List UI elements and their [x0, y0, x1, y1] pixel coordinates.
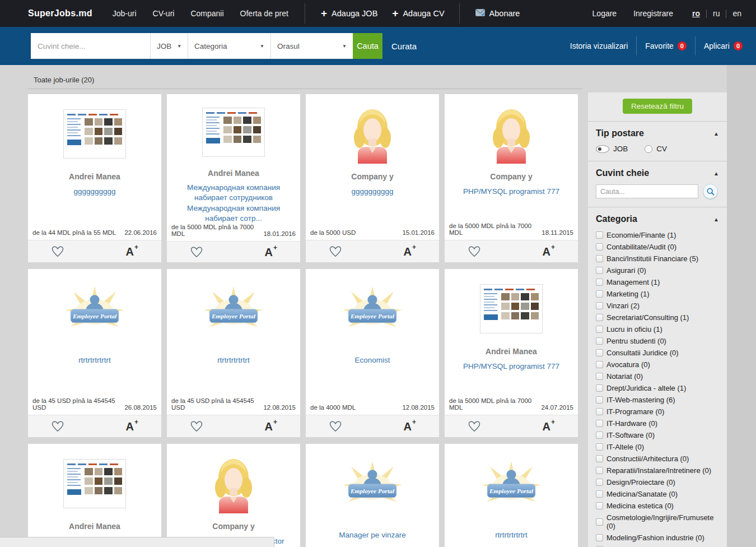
apply-button[interactable]: A+	[265, 420, 277, 432]
applications-link[interactable]: Aplicari 0	[704, 41, 743, 50]
checkbox-icon[interactable]	[596, 467, 603, 474]
add-cv-button[interactable]: + Adauga CV	[392, 8, 444, 19]
apply-button[interactable]: A+	[265, 246, 277, 258]
category-filter-item[interactable]: IT-Web-mastering (6)	[596, 394, 719, 406]
checkbox-icon[interactable]	[596, 396, 603, 404]
category-filter-item[interactable]: Reparatii/Instalare/Intretinere (0)	[596, 465, 719, 476]
search-button[interactable]: Cauta	[353, 33, 382, 59]
checkbox-icon[interactable]	[596, 231, 603, 239]
checkbox-icon[interactable]	[596, 432, 603, 439]
category-filter-item[interactable]: Foto/Video servicii (0)	[596, 544, 719, 547]
apply-button[interactable]: A+	[126, 245, 138, 257]
category-filter-item[interactable]: Asigurari (0)	[596, 265, 719, 276]
job-title-link[interactable]: rtrtrtrtrtrtrt	[78, 356, 111, 364]
reset-filter-button[interactable]: Resetează filtru	[623, 99, 692, 114]
site-screenshot-thumbnail[interactable]	[167, 94, 300, 165]
clear-search-link[interactable]: Curata	[391, 41, 417, 51]
apply-button[interactable]: A+	[126, 420, 138, 432]
category-filter-item[interactable]: Contabilitate/Audit (0)	[596, 241, 719, 253]
category-filter-item[interactable]: Avocatura (0)	[596, 359, 719, 370]
radio-cv[interactable]: CV	[645, 145, 667, 153]
favorite-button[interactable]	[52, 421, 64, 432]
radio-job[interactable]: JOB	[596, 145, 628, 153]
favorite-button[interactable]	[468, 246, 480, 257]
category-filter-item[interactable]: Banci/Institutii Financiare (5)	[596, 253, 719, 265]
checkbox-icon[interactable]	[596, 455, 603, 462]
category-filter-item[interactable]: Marketing (1)	[596, 288, 719, 300]
employee-portal-logo[interactable]: Employee Portal	[306, 269, 439, 343]
lang-ru[interactable]: ru	[713, 9, 720, 18]
checkbox-icon[interactable]	[596, 490, 603, 498]
favorite-button[interactable]	[190, 247, 203, 258]
view-history-link[interactable]: Istoria vizualizari	[570, 41, 628, 50]
checkbox-icon[interactable]	[596, 279, 603, 286]
sidebar-keyword-input[interactable]	[596, 184, 698, 198]
login-link[interactable]: Logare	[592, 9, 617, 18]
checkbox-icon[interactable]	[596, 349, 603, 356]
checkbox-icon[interactable]	[596, 443, 603, 451]
site-screenshot-thumbnail[interactable]	[445, 269, 578, 343]
checkbox-icon[interactable]	[596, 384, 603, 392]
job-title-link[interactable]: Международная компания набирает сотрудни…	[187, 183, 280, 223]
checkbox-icon[interactable]	[596, 518, 603, 526]
job-title-link[interactable]: PHP/MYSQL programist 777	[463, 362, 559, 370]
nav-item-jobs[interactable]: Job-uri	[113, 9, 137, 18]
category-filter-item[interactable]: Cosmetologie/Ingrijire/Frumusete (0)	[596, 512, 719, 532]
site-screenshot-thumbnail[interactable]	[28, 94, 161, 168]
job-title-link[interactable]: PHP/MYSQL programist 777	[463, 187, 559, 196]
category-filter-item[interactable]: Medicina estetica (0)	[596, 500, 719, 512]
apply-button[interactable]: A+	[404, 245, 416, 257]
keyword-input[interactable]	[31, 33, 150, 59]
apply-button[interactable]: A+	[543, 420, 554, 432]
category-filter-item[interactable]: IT-Software (0)	[596, 429, 719, 441]
category-filter-item[interactable]: Design/Proiectare (0)	[596, 476, 719, 488]
category-filter-item[interactable]: Consultatii Juridice (0)	[596, 347, 719, 359]
category-filter-item[interactable]: Vinzari (2)	[596, 300, 719, 312]
city-select[interactable]: Orasul ▼	[270, 33, 353, 59]
employee-portal-logo[interactable]: Employee Portal	[28, 269, 161, 343]
category-filter-item[interactable]: IT-Altele (0)	[596, 441, 719, 453]
checkbox-icon[interactable]	[596, 408, 603, 415]
checkbox-icon[interactable]	[596, 314, 603, 321]
nav-item-companies[interactable]: Companii	[190, 9, 223, 18]
employee-portal-logo[interactable]: Employee Portal	[167, 269, 300, 343]
job-title-link[interactable]: rtrtrtrtrtrtrt	[217, 356, 250, 364]
subscribe-button[interactable]: Abonare	[475, 9, 520, 18]
company-avatar[interactable]	[167, 444, 300, 518]
category-filter-item[interactable]: Pentru studenti (0)	[596, 335, 719, 347]
company-avatar[interactable]	[306, 94, 439, 168]
site-screenshot-thumbnail[interactable]	[28, 444, 161, 518]
job-title-link[interactable]: gggggggggg	[351, 187, 393, 196]
employee-portal-logo[interactable]: Employee Portal	[306, 444, 439, 518]
nav-item-pricing[interactable]: Oferta de pret	[240, 9, 288, 18]
checkbox-icon[interactable]	[596, 302, 603, 309]
employee-portal-logo[interactable]: Employee Portal	[445, 444, 578, 518]
site-logo[interactable]: SuperJobs.md	[28, 8, 92, 18]
checkbox-icon[interactable]	[596, 243, 603, 251]
favorite-button[interactable]	[190, 421, 203, 432]
category-filter-item[interactable]: Lucru in oficiu (1)	[596, 323, 719, 335]
checkbox-icon[interactable]	[596, 267, 603, 274]
job-title-link[interactable]: Manager pe vinzare	[339, 531, 405, 539]
checkbox-icon[interactable]	[596, 255, 603, 262]
lang-en[interactable]: en	[732, 9, 741, 18]
favorites-link[interactable]: Favorite 0	[645, 41, 687, 50]
checkbox-icon[interactable]	[596, 502, 603, 509]
collapse-arrow-icon[interactable]: ▲	[713, 216, 719, 222]
collapse-arrow-icon[interactable]: ▲	[713, 131, 719, 137]
category-filter-item[interactable]: Notariat (0)	[596, 370, 719, 382]
category-filter-item[interactable]: Management (1)	[596, 276, 719, 288]
checkbox-icon[interactable]	[596, 479, 603, 486]
favorite-button[interactable]	[52, 246, 64, 257]
add-job-button[interactable]: + Adauga JOB	[321, 8, 377, 19]
apply-button[interactable]: A+	[404, 420, 416, 432]
favorite-button[interactable]	[468, 421, 480, 432]
checkbox-icon[interactable]	[596, 534, 603, 541]
favorite-button[interactable]	[329, 246, 342, 257]
category-filter-item[interactable]: Medicina/Sanatate (0)	[596, 488, 719, 500]
category-filter-item[interactable]: IT-Hardware (0)	[596, 418, 719, 429]
nav-item-cvs[interactable]: CV-uri	[153, 9, 175, 18]
checkbox-icon[interactable]	[596, 373, 603, 380]
job-title-link[interactable]: rtrtrtrtrtrtrt	[495, 531, 528, 539]
category-filter-item[interactable]: Constructii/Arhitectura (0)	[596, 453, 719, 465]
